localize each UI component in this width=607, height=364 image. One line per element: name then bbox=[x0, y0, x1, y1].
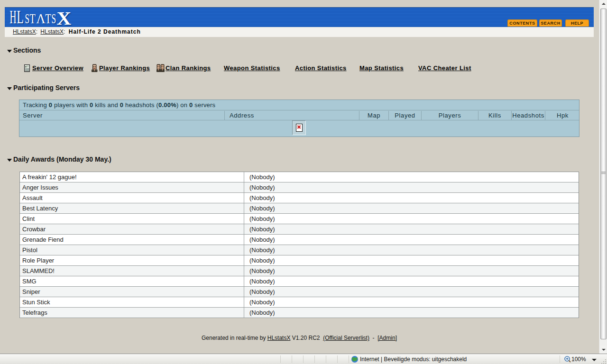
svg-text:T: T bbox=[46, 11, 51, 26]
svg-text:H: H bbox=[10, 8, 17, 27]
svg-text:L: L bbox=[17, 8, 24, 27]
svg-text:X: X bbox=[57, 8, 72, 27]
svg-text:T: T bbox=[30, 11, 36, 26]
svg-text:S: S bbox=[25, 11, 30, 27]
svg-text:S: S bbox=[52, 11, 56, 27]
svg-text:Λ: Λ bbox=[37, 11, 46, 26]
